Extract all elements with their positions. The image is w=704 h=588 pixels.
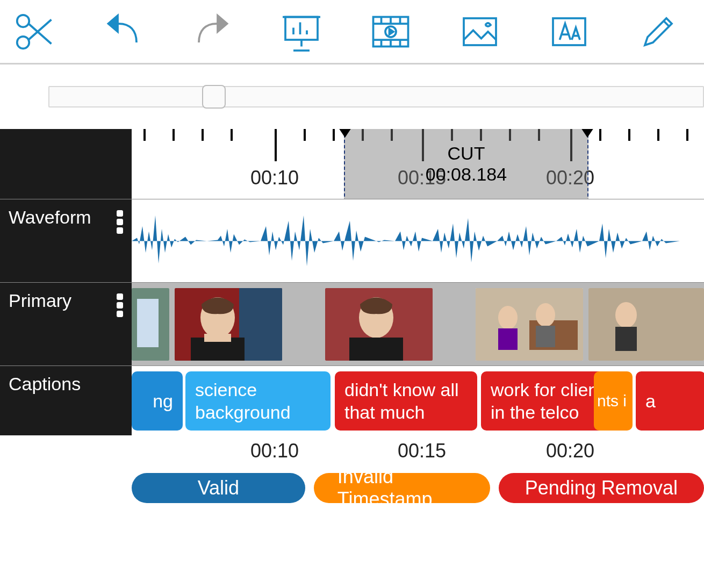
- timeline: 00:10 00:15 00:20 CUT 00:08.184 Waveform: [0, 129, 704, 435]
- undo-icon: [102, 10, 145, 53]
- caption-chip[interactable]: didn't know all that much: [335, 371, 477, 431]
- zoom-slider-area: [0, 64, 704, 129]
- primary-track: Primary: [0, 282, 704, 365]
- svg-rect-38: [498, 328, 518, 350]
- footer-time: 00:10: [250, 440, 299, 462]
- caption-text: nts i: [597, 391, 627, 411]
- svg-line-23: [664, 21, 669, 26]
- cut-marker-left[interactable]: [339, 129, 351, 138]
- footer-time: 00:20: [546, 440, 594, 462]
- legend-invalid[interactable]: Invalid Timestamp: [314, 473, 490, 503]
- captions-track-label-text: Captions: [9, 374, 81, 395]
- caption-text: didn't know all that much: [344, 378, 468, 424]
- legend: Valid Invalid Timestamp Pending Removal: [132, 473, 704, 503]
- video-icon: [369, 10, 412, 53]
- svg-rect-25: [137, 299, 159, 347]
- primary-content[interactable]: [132, 283, 704, 365]
- svg-rect-40: [588, 288, 704, 361]
- ruler-track-label: [0, 129, 132, 199]
- ruler-label-1: 00:10: [250, 167, 299, 189]
- caption-text: a: [645, 390, 656, 413]
- legend-invalid-text: Invalid Timestamp: [337, 465, 466, 511]
- redo-icon: [191, 10, 234, 53]
- image-icon: [458, 10, 501, 53]
- video-thumbnail[interactable]: [476, 288, 583, 361]
- svg-rect-42: [615, 327, 637, 351]
- footer-time: 00:15: [398, 440, 446, 462]
- video-thumbnail[interactable]: [132, 288, 169, 361]
- image-button[interactable]: [457, 9, 503, 55]
- svg-rect-22: [553, 18, 585, 45]
- presentation-button[interactable]: [278, 9, 325, 55]
- legend-pending-text: Pending Removal: [525, 477, 678, 499]
- scissors-icon: [12, 10, 55, 53]
- svg-rect-30: [204, 334, 231, 342]
- video-thumbnail[interactable]: [325, 288, 433, 361]
- primary-track-label-text: Primary: [9, 290, 71, 311]
- svg-point-1: [17, 15, 30, 27]
- text-button[interactable]: [546, 9, 592, 55]
- cut-selection[interactable]: CUT 00:08.184: [344, 129, 588, 199]
- pencil-button[interactable]: [635, 9, 681, 55]
- svg-line-2: [28, 24, 52, 44]
- legend-valid[interactable]: Valid: [132, 473, 305, 503]
- cut-duration: 00:08.184: [345, 164, 587, 185]
- captions-track: Captions ng science background didn't kn…: [0, 365, 704, 435]
- zoom-slider-thumb[interactable]: [202, 85, 226, 109]
- waveform-graphic: [132, 199, 704, 282]
- footer-timecodes: 00:10 00:15 00:20: [132, 440, 704, 467]
- captions-content[interactable]: ng science background didn't know all th…: [132, 366, 704, 435]
- zoom-slider[interactable]: [48, 86, 704, 107]
- svg-point-41: [615, 302, 637, 328]
- ruler-track: 00:10 00:15 00:20 CUT 00:08.184: [0, 129, 704, 199]
- video-thumbnail[interactable]: [588, 288, 704, 361]
- legend-valid-text: Valid: [198, 477, 239, 499]
- track-menu-icon[interactable]: [117, 293, 123, 317]
- waveform-track-label: Waveform: [0, 199, 132, 282]
- legend-pending[interactable]: Pending Removal: [499, 473, 704, 503]
- footer: 00:10 00:15 00:20 Valid Invalid Timestam…: [0, 440, 704, 503]
- svg-point-36: [498, 306, 518, 329]
- svg-point-37: [536, 303, 555, 327]
- text-icon: [548, 10, 591, 53]
- captions-track-label: Captions: [0, 366, 132, 435]
- waveform-track-label-text: Waveform: [9, 207, 91, 228]
- caption-chip[interactable]: nts i: [594, 371, 633, 431]
- svg-rect-4: [285, 17, 318, 40]
- waveform-content[interactable]: [132, 199, 704, 282]
- pencil-icon: [637, 10, 680, 53]
- caption-text: science background: [195, 378, 321, 424]
- ruler-content[interactable]: 00:10 00:15 00:20 CUT 00:08.184: [132, 129, 704, 199]
- svg-rect-39: [536, 326, 555, 347]
- redo-button[interactable]: [189, 9, 235, 55]
- cut-marker-right[interactable]: [581, 129, 594, 138]
- caption-chip[interactable]: science background: [185, 371, 331, 431]
- svg-rect-27: [239, 288, 282, 361]
- video-button[interactable]: [368, 9, 414, 55]
- video-thumbnail[interactable]: [175, 288, 282, 361]
- svg-rect-21: [464, 18, 496, 45]
- svg-line-3: [28, 19, 52, 40]
- cut-label: CUT: [345, 143, 587, 164]
- caption-text: ng: [153, 390, 173, 413]
- waveform-track: Waveform: [0, 199, 704, 282]
- track-menu-icon[interactable]: [117, 210, 123, 234]
- primary-track-label: Primary: [0, 283, 132, 365]
- undo-button[interactable]: [100, 9, 146, 55]
- scissors-button[interactable]: [11, 9, 57, 55]
- presentation-icon: [280, 10, 323, 53]
- caption-chip[interactable]: a: [636, 371, 704, 431]
- toolbar: [0, 0, 704, 64]
- caption-chip[interactable]: ng: [132, 371, 183, 431]
- svg-rect-33: [349, 338, 403, 361]
- svg-point-0: [17, 36, 30, 48]
